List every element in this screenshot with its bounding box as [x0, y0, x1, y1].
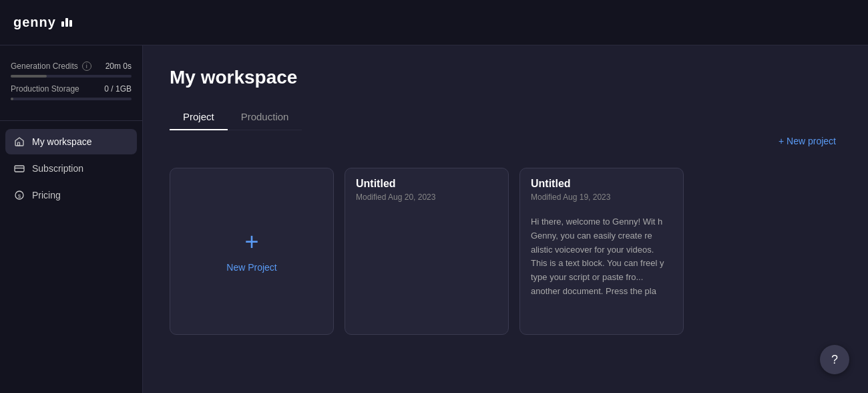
tab-project[interactable]: Project	[170, 104, 228, 130]
projects-grid: + New Project Untitled Modified Aug 20, …	[170, 168, 841, 335]
logo-text: genny	[13, 15, 56, 30]
logo-bar-1	[61, 21, 64, 27]
main-layout: Generation Credits i 20m 0s Production S…	[0, 45, 868, 393]
content-area: My workspace Project Production + New pr…	[143, 45, 868, 393]
storage-row: Production Storage 0 / 1GB	[11, 84, 132, 94]
logo-bar-3	[69, 20, 72, 27]
storage-progress-bar	[11, 98, 132, 100]
sidebar-nav: My workspace Subscription $	[0, 129, 142, 208]
logo-icon	[61, 18, 72, 27]
sidebar-item-my-workspace[interactable]: My workspace	[5, 129, 137, 154]
project-card-untitled-2[interactable]: Untitled Modified Aug 19, 2023 Hi there,…	[519, 168, 684, 335]
credits-info-icon[interactable]: i	[82, 61, 91, 71]
sidebar-item-label-my-workspace: My workspace	[32, 136, 91, 147]
project-card-2-title: Untitled	[531, 178, 672, 190]
tab-production[interactable]: Production	[228, 104, 302, 130]
page-title: My workspace	[170, 67, 841, 88]
help-button[interactable]: ?	[820, 345, 849, 374]
credits-row: Generation Credits i 20m 0s	[11, 61, 132, 71]
credits-progress-fill	[11, 75, 47, 78]
tabs: Project Production	[170, 104, 302, 130]
logo: genny	[13, 15, 72, 30]
sidebar-item-pricing[interactable]: $ Pricing	[5, 182, 137, 208]
tabs-row: Project Production + New project	[170, 104, 841, 149]
project-card-1-header: Untitled Modified Aug 20, 2023	[345, 168, 508, 209]
credits-label: Generation Credits	[11, 61, 78, 71]
project-card-1-preview	[345, 209, 508, 334]
credits-value: 20m 0s	[105, 61, 132, 71]
card-icon	[13, 162, 25, 174]
sidebar: Generation Credits i 20m 0s Production S…	[0, 45, 143, 393]
new-card-plus-icon: +	[244, 230, 258, 254]
project-card-2-preview: Hi there, welcome to Genny! Wit h Genny,…	[520, 209, 683, 334]
storage-label: Production Storage	[11, 84, 79, 94]
storage-value: 0 / 1GB	[104, 84, 132, 94]
sidebar-item-label-subscription: Subscription	[32, 163, 83, 174]
project-card-1-date: Modified Aug 20, 2023	[356, 192, 497, 202]
sidebar-item-label-pricing: Pricing	[32, 190, 61, 201]
project-card-untitled-1[interactable]: Untitled Modified Aug 20, 2023	[345, 168, 509, 335]
home-icon	[13, 136, 25, 148]
logo-bar-2	[65, 18, 68, 27]
new-project-card[interactable]: + New Project	[170, 168, 334, 335]
topbar: genny	[0, 0, 868, 45]
svg-rect-0	[18, 142, 20, 146]
new-card-label: New Project	[226, 262, 276, 273]
credits-progress-bar	[11, 75, 132, 78]
tag-icon: $	[13, 189, 25, 201]
project-card-2-header: Untitled Modified Aug 19, 2023	[520, 168, 683, 209]
project-card-2-date: Modified Aug 19, 2023	[531, 192, 672, 202]
svg-rect-1	[15, 166, 24, 172]
svg-text:$: $	[18, 193, 21, 199]
sidebar-stats: Generation Credits i 20m 0s Production S…	[0, 56, 142, 121]
storage-progress-fill	[11, 98, 13, 100]
sidebar-item-subscription[interactable]: Subscription	[5, 156, 137, 181]
new-project-header-button[interactable]: + New project	[773, 133, 841, 149]
project-card-1-title: Untitled	[356, 178, 497, 190]
